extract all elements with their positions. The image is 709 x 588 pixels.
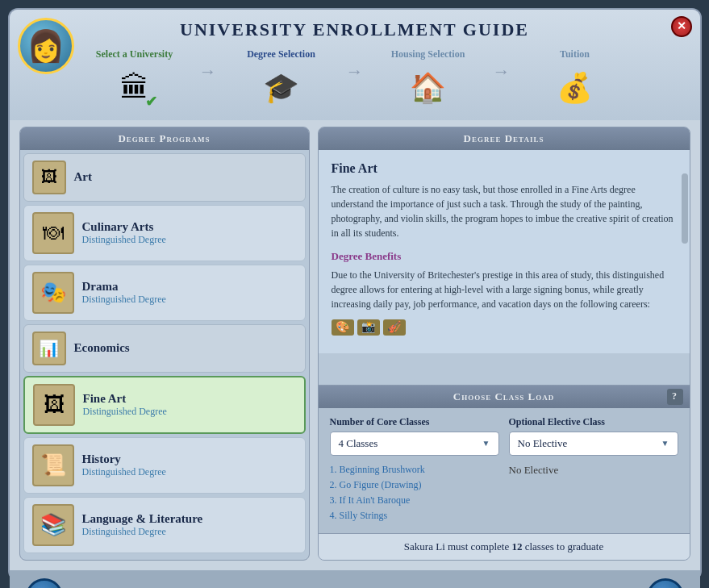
back-button[interactable]: ◀ xyxy=(26,578,63,589)
degree-item-history[interactable]: 📜 History Distinguished Degree xyxy=(23,437,306,494)
core-classes-dropdown[interactable]: 4 Classes ▼ xyxy=(330,432,499,456)
elective-dropdown-arrow: ▼ xyxy=(661,439,669,448)
elective-dropdown[interactable]: No Elective ▼ xyxy=(509,432,678,456)
page-title: University Enrollment Guide xyxy=(26,19,684,40)
step-icon-3: 🏠 xyxy=(404,64,453,112)
degree-item-langlit[interactable]: 📚 Language & Literature Distinguished De… xyxy=(23,497,306,553)
degree-details: Fine Art The creation of culture is no e… xyxy=(319,150,690,353)
degree-icon-drama: 🎭 xyxy=(32,272,74,314)
elective-value: No Elective xyxy=(518,437,568,450)
career-icon-2: 📸 xyxy=(357,319,380,336)
graduation-bar: Sakura Li must complete 12 classes to gr… xyxy=(319,533,690,560)
degree-item-art[interactable]: 🖼 Art xyxy=(23,153,306,202)
step-tuition: Tuition 💰 xyxy=(511,48,640,112)
benefits-title: Degree Benefits xyxy=(332,250,677,263)
step-degree-selection: Degree Selection 🎓 xyxy=(217,48,346,112)
avatar: 👩 xyxy=(18,18,74,74)
core-classes-value: 4 Classes xyxy=(339,437,378,450)
step-select-university: Select a University 🏛 ✔ xyxy=(70,48,199,112)
degree-icon-history: 📜 xyxy=(32,444,74,486)
bottom-nav: ◀ ▶ xyxy=(10,570,700,589)
arrow-3: → xyxy=(493,61,511,82)
degree-name-art: Art xyxy=(74,170,297,184)
close-button[interactable]: ✕ xyxy=(671,16,692,37)
degree-icon-economics: 📊 xyxy=(32,332,66,365)
step-label-3: Housing Selection xyxy=(391,48,465,60)
degree-sub-culinary: Distinguished Degree xyxy=(82,234,297,246)
elective-label: Optional Elective Class xyxy=(509,416,678,428)
course-item-3[interactable]: 3. If It Ain't Baroque xyxy=(330,494,499,507)
degree-sub-drama: Distinguished Degree xyxy=(82,294,297,306)
degree-sub-langlit: Distinguished Degree xyxy=(82,526,297,538)
degree-item-drama[interactable]: 🎭 Drama Distinguished Degree xyxy=(23,265,306,321)
degree-icon-culinary: 🍽 xyxy=(32,212,74,254)
class-load-content: Number of Core Classes 4 Classes ▼ Optio… xyxy=(319,408,690,533)
step-label-1: Select a University xyxy=(96,48,173,60)
course-item-2[interactable]: 2. Go Figure (Drawing) xyxy=(330,479,499,491)
courses-list: 1. Beginning Brushwork 2. Go Figure (Dra… xyxy=(330,464,499,525)
core-label: Number of Core Classes xyxy=(330,416,499,428)
dropdowns-row: Number of Core Classes 4 Classes ▼ Optio… xyxy=(330,416,678,456)
step-icon-2: 🎓 xyxy=(257,64,306,112)
courses-row: 1. Beginning Brushwork 2. Go Figure (Dra… xyxy=(330,464,678,525)
right-panel-header: Degree Details xyxy=(319,127,690,150)
arrow-1: → xyxy=(199,61,217,82)
step-label-2: Degree Selection xyxy=(247,48,315,60)
degree-name-fineart: Fine Art xyxy=(83,392,296,406)
graduation-text-post: classes to graduate xyxy=(525,540,603,553)
header: University Enrollment Guide Select a Uni… xyxy=(10,10,700,120)
choose-class-header: Choose Class Load ? xyxy=(319,386,690,408)
main-window: 👩 ✕ University Enrollment Guide Select a… xyxy=(8,8,702,581)
degree-name-langlit: Language & Literature xyxy=(82,512,297,526)
degree-icon-langlit: 📚 xyxy=(32,504,74,546)
check-icon-1: ✔ xyxy=(145,93,157,111)
career-icons: 🎨 📸 🎻 xyxy=(332,319,677,336)
step-icon-4: 💰 xyxy=(551,64,599,112)
degree-text-economics: Economics xyxy=(74,341,297,355)
degree-name-culinary: Culinary Arts xyxy=(82,220,297,234)
left-panel-header: Degree Programs xyxy=(20,127,309,150)
step-icon-1: 🏛 ✔ xyxy=(111,64,159,112)
graduation-text-pre: Sakura Li must complete xyxy=(404,540,509,553)
degree-text-fineart: Fine Art Distinguished Degree xyxy=(83,392,296,418)
details-scroll-wrap: Fine Art The creation of culture is no e… xyxy=(319,150,690,385)
degree-name-economics: Economics xyxy=(74,341,297,355)
choose-class-section: Choose Class Load ? Number of Core Class… xyxy=(319,385,690,560)
degree-text-drama: Drama Distinguished Degree xyxy=(82,280,297,306)
choose-class-label: Choose Class Load xyxy=(453,390,554,403)
degree-sub-history: Distinguished Degree xyxy=(82,466,297,478)
left-panel: Degree Programs 🖼 Art 🍽 Culinary Arts Di… xyxy=(19,127,310,561)
degree-text-art: Art xyxy=(74,170,297,184)
degree-name-history: History xyxy=(82,452,297,466)
career-icon-1: 🎨 xyxy=(332,319,354,336)
degree-sub-fineart: Distinguished Degree xyxy=(83,406,296,418)
course-item-1[interactable]: 1. Beginning Brushwork xyxy=(330,464,499,476)
degree-name-drama: Drama xyxy=(82,280,297,294)
step-label-4: Tuition xyxy=(560,48,590,60)
degree-item-economics[interactable]: 📊 Economics xyxy=(23,324,306,373)
detail-title: Fine Art xyxy=(332,161,677,176)
graduation-count: 12 xyxy=(511,540,522,553)
degree-icon-fineart: 🖼 xyxy=(33,384,75,426)
steps-row: Select a University 🏛 ✔ → Degree Selecti… xyxy=(26,48,684,120)
content-area: Degree Programs 🖼 Art 🍽 Culinary Arts Di… xyxy=(10,120,700,570)
degree-list: 🖼 Art 🍽 Culinary Arts Distinguished Degr… xyxy=(20,150,309,560)
no-elective-text: No Elective xyxy=(509,464,678,477)
degree-item-fineart[interactable]: 🖼 Fine Art Distinguished Degree xyxy=(23,376,306,434)
help-button[interactable]: ? xyxy=(667,389,683,405)
degree-text-culinary: Culinary Arts Distinguished Degree xyxy=(82,220,297,246)
course-item-4[interactable]: 4. Silly Strings xyxy=(330,510,499,522)
detail-description: The creation of culture is no easy task,… xyxy=(332,182,677,240)
elective-col: No Elective xyxy=(509,464,678,525)
degree-item-culinary[interactable]: 🍽 Culinary Arts Distinguished Degree xyxy=(23,205,306,261)
degree-text-history: History Distinguished Degree xyxy=(82,452,297,478)
degree-text-langlit: Language & Literature Distinguished Degr… xyxy=(82,512,297,538)
right-panel: Degree Details Fine Art The creation of … xyxy=(318,127,690,561)
step-housing-selection: Housing Selection 🏠 xyxy=(364,48,493,112)
degree-icon-art: 🖼 xyxy=(32,161,66,194)
scrollbar[interactable] xyxy=(682,173,688,244)
elective-class-group: Optional Elective Class No Elective ▼ xyxy=(509,416,678,456)
arrow-2: → xyxy=(346,61,364,82)
benefits-description: Due to the University of Britechester's … xyxy=(332,268,677,311)
forward-button[interactable]: ▶ xyxy=(647,578,684,589)
